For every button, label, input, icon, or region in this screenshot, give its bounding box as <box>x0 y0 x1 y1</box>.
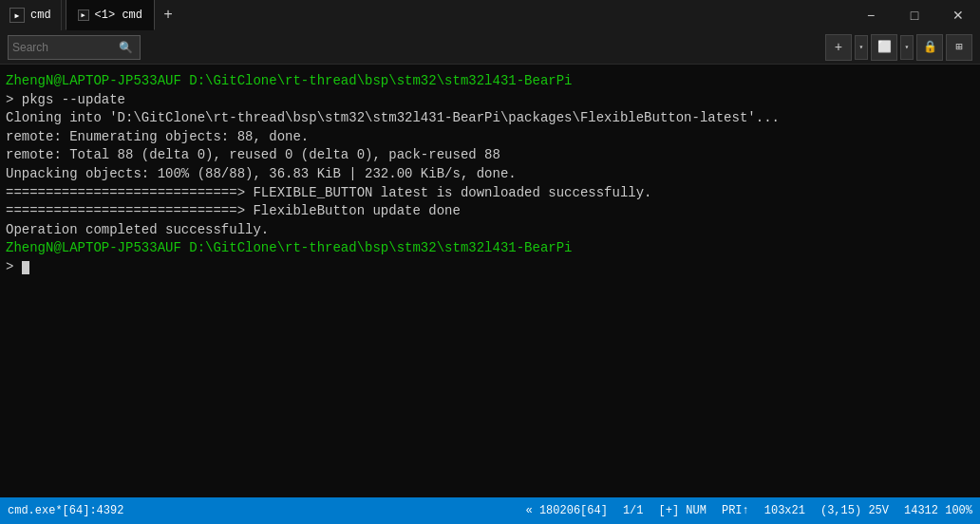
tab-section: ▶ <1> cmd + <box>62 0 185 30</box>
process-info: cmd.exe*[64]:4392 <box>8 504 123 517</box>
status-bar: cmd.exe*[64]:4392 « 180206[64] 1/1 [+] N… <box>0 497 980 524</box>
pri-info: PRI↑ <box>722 504 749 517</box>
add-tab-button[interactable]: + <box>155 0 181 30</box>
terminal-line: Operation completed successfully. <box>6 221 974 240</box>
minimize-button[interactable]: − <box>849 0 893 30</box>
toolbar: 🔍 + ▾ ⬜ ▾ 🔒 ⊞ <box>0 30 980 65</box>
terminal-line: ZhengN@LAPTOP-JP533AUF D:\GitClone\rt-th… <box>6 72 974 91</box>
status-right: « 180206[64] 1/1 [+] NUM PRI↑ 103x21 (3,… <box>525 504 972 517</box>
search-button[interactable]: 🔍 <box>117 41 135 54</box>
search-input[interactable] <box>12 41 117 54</box>
terminal-line: ZhengN@LAPTOP-JP533AUF D:\GitClone\rt-th… <box>6 239 974 258</box>
plus-icon: + <box>835 40 842 55</box>
split-icon: ⬜ <box>877 40 892 54</box>
status-left: cmd.exe*[64]:4392 <box>8 504 123 517</box>
coords-info: (3,15) 25V <box>820 504 889 517</box>
cursor <box>22 261 29 274</box>
grid-button[interactable]: ⊞ <box>946 34 972 61</box>
grid-icon: ⊞ <box>955 40 962 54</box>
terminal-line: Cloning into 'D:\GitClone\rt-thread\bsp\… <box>6 109 974 128</box>
size-info: 103x21 <box>764 504 805 517</box>
lock-icon: 🔒 <box>923 40 937 54</box>
lock-button[interactable]: 🔒 <box>916 34 943 61</box>
toolbar-right: + ▾ ⬜ ▾ 🔒 ⊞ <box>825 34 972 61</box>
cmd-icon: ▶ <box>9 8 25 23</box>
terminal-line: remote: Total 88 (delta 0), reused 0 (de… <box>6 146 974 165</box>
tab-cmd-icon: ▶ <box>78 9 89 21</box>
line-col-info: 1/1 <box>623 504 644 517</box>
search-container: 🔍 <box>8 35 141 60</box>
titlebar: ▶ cmd ▶ <1> cmd + − □ ✕ <box>0 0 980 30</box>
app-icon-section: ▶ cmd <box>0 0 62 30</box>
mode-info: [+] NUM <box>659 504 707 517</box>
terminal-line: remote: Enumerating objects: 88, done. <box>6 128 974 147</box>
app-title: cmd <box>30 9 51 22</box>
terminal-line: > pkgs --update <box>6 91 974 110</box>
tab-cmd-label: <1> cmd <box>95 9 142 22</box>
split-dropdown-button[interactable]: ▾ <box>900 35 914 60</box>
add-dropdown-button[interactable]: ▾ <box>855 35 868 60</box>
close-button[interactable]: ✕ <box>936 0 980 30</box>
tab-cmd[interactable]: ▶ <1> cmd <box>66 0 155 30</box>
add-session-button[interactable]: + <box>825 34 852 61</box>
terminal-line: Unpacking objects: 100% (88/88), 36.83 K… <box>6 165 974 184</box>
terminal-line: > <box>6 258 974 277</box>
terminal-line: =============================> FLEXIBLE_… <box>6 184 974 203</box>
split-view-button[interactable]: ⬜ <box>871 34 897 61</box>
position-info: « 180206[64] <box>525 504 607 517</box>
window-controls: − □ ✕ <box>849 0 980 30</box>
terminal-line: =============================> FlexibleB… <box>6 202 974 221</box>
maximize-button[interactable]: □ <box>893 0 936 30</box>
terminal-output[interactable]: ZhengN@LAPTOP-JP533AUF D:\GitClone\rt-th… <box>0 65 980 497</box>
chars-info: 14312 100% <box>904 504 972 517</box>
